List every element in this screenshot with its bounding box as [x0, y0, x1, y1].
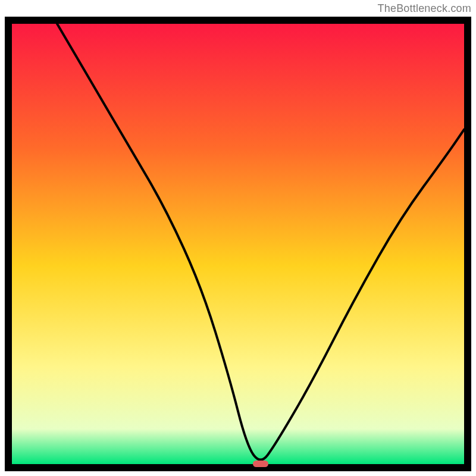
bottleneck-curve: [12, 24, 464, 464]
optimal-marker: [253, 461, 268, 467]
watermark-text: TheBottleneck.com: [378, 2, 471, 15]
